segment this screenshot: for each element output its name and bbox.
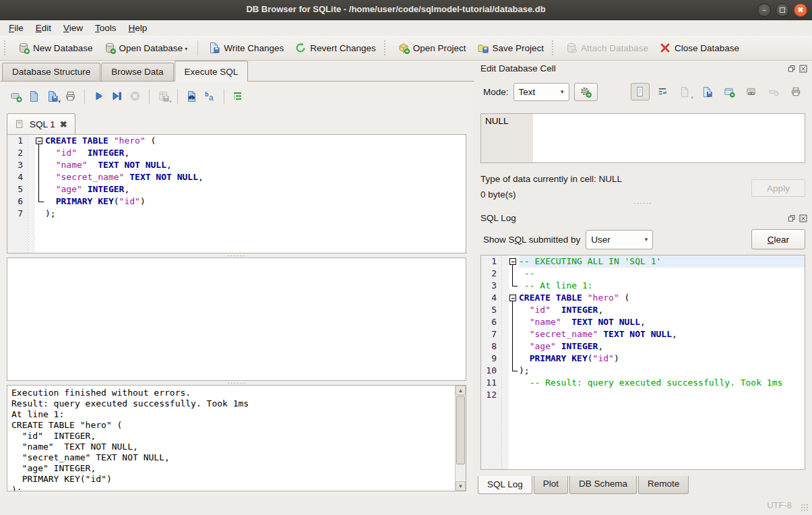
close-tab-icon[interactable]: ✖ [60, 120, 67, 129]
menu-item-view[interactable]: View [57, 22, 89, 34]
print-cell-button[interactable] [786, 83, 805, 100]
fold-margin [501, 377, 509, 389]
fold-marker[interactable] [35, 135, 45, 147]
workspace: Database StructureBrowse DataExecute SQL… [0, 61, 812, 495]
scroll-down-icon[interactable]: ▼ [456, 481, 466, 491]
fold-marker [509, 268, 519, 280]
apply-button[interactable]: Apply [751, 179, 805, 197]
fold-margin [501, 292, 509, 304]
dock-tab-db-schema[interactable]: DB Schema [569, 476, 637, 494]
fold-marker[interactable] [509, 255, 519, 268]
fold-collapse-icon[interactable] [36, 138, 42, 144]
code-text: PRIMARY KEY("id") [519, 353, 805, 365]
open-database-button[interactable]: Open Database▾ [98, 40, 193, 56]
open-sql-file-button[interactable] [25, 88, 43, 104]
menu-item-help[interactable]: Help [123, 22, 154, 34]
menu-item-file[interactable]: File [3, 22, 30, 34]
execute-sql-page: ▾▾ba SQL 1 ✖ 1CREATE TABLE "hero" (2 "id… [0, 82, 474, 495]
close-dock-icon[interactable] [799, 64, 807, 73]
float-dock-icon[interactable] [787, 64, 796, 73]
revert-changes-icon [294, 42, 307, 54]
open-external-button[interactable] [720, 83, 739, 100]
print-icon [65, 90, 77, 102]
format-sql-icon [232, 90, 245, 102]
print-button[interactable] [61, 88, 80, 104]
svg-text:a: a [209, 93, 214, 102]
scroll-up-icon[interactable]: ▲ [456, 386, 466, 395]
open-project-button[interactable]: Open Project [392, 40, 472, 56]
save-project-button[interactable]: Save Project [472, 40, 550, 56]
code-text: "id" INTEGER, [45, 147, 466, 159]
cell-value-editor[interactable]: NULL [480, 113, 805, 163]
dock-splitter[interactable] [474, 201, 812, 205]
format-sql-button[interactable] [229, 88, 247, 104]
close-database-button[interactable]: Close Database [654, 40, 745, 56]
minimize-button-icon[interactable]: − [757, 3, 771, 17]
token-pln: , [598, 305, 603, 315]
dock-tab-remote[interactable]: Remote [638, 476, 689, 494]
code-line: 6 "name" TEXT NOT NULL, [481, 316, 805, 328]
fold-marker[interactable] [509, 292, 519, 304]
float-dock-icon[interactable] [787, 214, 796, 222]
new-database-button[interactable]: New Database [12, 40, 98, 56]
scrollbar-thumb[interactable] [456, 396, 465, 464]
revert-changes-button[interactable]: Revert Changes [289, 40, 381, 56]
line-number: 8 [481, 340, 501, 353]
menu-item-edit[interactable]: Edit [30, 22, 57, 34]
sql-editor[interactable]: 1CREATE TABLE "hero" (2 "id" INTEGER,3 "… [7, 134, 466, 253]
export-file-button[interactable] [697, 83, 716, 100]
toolbar-handle [384, 40, 388, 55]
fold-collapse-icon[interactable] [509, 295, 516, 301]
dock-tab-plot[interactable]: Plot [534, 476, 568, 494]
new-sql-tab-button[interactable] [7, 88, 25, 104]
tab-browse-data[interactable]: Browse Data [101, 63, 173, 81]
resize-grip[interactable] [801, 504, 809, 512]
set-null-icon [768, 86, 780, 98]
save-sql-file-button[interactable]: ▾ [43, 88, 61, 104]
mode-select[interactable]: Text ▾ [513, 83, 569, 101]
token-pln [519, 329, 530, 339]
fold-collapse-icon[interactable] [509, 258, 516, 265]
tab-database-structure[interactable]: Database Structure [2, 63, 100, 81]
close-dock-icon[interactable] [799, 214, 807, 222]
code-line: 4CREATE TABLE "hero" ( [481, 292, 805, 304]
execute-all-button[interactable] [90, 88, 108, 104]
execution-log[interactable]: Execution finished without errors. Resul… [7, 385, 466, 491]
auto-apply-button[interactable] [574, 83, 598, 101]
text-mode-button[interactable] [631, 83, 650, 100]
line-number: 7 [481, 328, 501, 340]
fold-margin [501, 389, 509, 401]
open-sql-file-icon [28, 90, 40, 102]
line-number: 11 [481, 377, 501, 389]
maximize-button-icon[interactable] [776, 3, 789, 17]
line-number: 5 [7, 183, 28, 195]
copy-link-button[interactable] [742, 83, 761, 100]
token-pln: , [598, 341, 603, 351]
write-changes-button[interactable]: Write Changes [203, 40, 289, 56]
find-replace-button[interactable] [183, 88, 201, 104]
main-toolbar: New DatabaseOpen Database▾Write ChangesR… [0, 36, 812, 61]
token-kw: TEXT NOT NULL [98, 160, 166, 170]
execute-current-line-button[interactable] [108, 88, 126, 104]
word-wrap-button[interactable] [653, 83, 672, 100]
tab-execute-sql[interactable]: Execute SQL [175, 61, 249, 82]
fold-marker [35, 208, 45, 220]
clear-button[interactable]: Clear [751, 229, 805, 249]
close-button-icon[interactable]: ✖ [794, 3, 807, 17]
execution-log-scrollbar[interactable]: ▲ ▼ [455, 386, 466, 491]
submitted-by-select[interactable]: User ▾ [586, 230, 653, 249]
sql-file-tabbar: SQL 1 ✖ [7, 113, 466, 134]
dock-tab-sql-log[interactable]: SQL Log [478, 476, 532, 494]
line-number: 1 [481, 255, 501, 268]
token-pln: , [124, 184, 129, 194]
tab-sql-1[interactable]: SQL 1 ✖ [7, 113, 75, 134]
fold-margin [501, 353, 509, 365]
sql-tab-label: SQL 1 [30, 119, 55, 129]
token-com: -- Result: query executed successfully. … [519, 377, 782, 388]
menu-item-tools[interactable]: Tools [89, 22, 123, 34]
new-database-label: New Database [33, 43, 93, 53]
token-pln: ) [140, 196, 146, 206]
edit-cell-dock-buttons [787, 64, 807, 73]
autocomplete-button[interactable]: ba [201, 88, 219, 104]
sql-log-editor[interactable]: 1-- EXECUTING ALL IN 'SQL 1'2 --3 -- At … [480, 255, 805, 470]
